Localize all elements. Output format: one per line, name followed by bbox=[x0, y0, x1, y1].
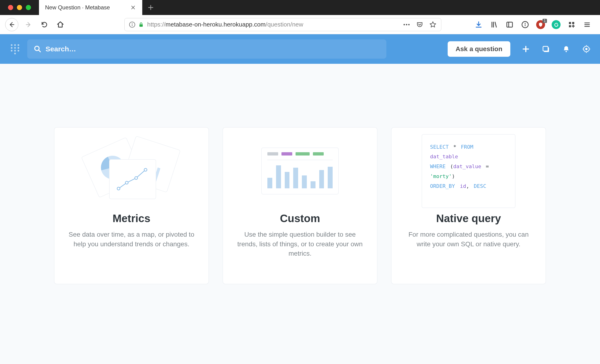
back-button[interactable] bbox=[5, 18, 18, 31]
browser-tab[interactable]: New Question · Metabase bbox=[39, 0, 142, 15]
gear-icon bbox=[582, 45, 591, 53]
browser-chrome: New Question · Metabase bbox=[0, 0, 600, 34]
bookmark-button[interactable] bbox=[429, 21, 437, 29]
svg-rect-16 bbox=[572, 26, 575, 27]
svg-point-31 bbox=[565, 51, 567, 52]
svg-point-17 bbox=[11, 44, 12, 46]
svg-line-28 bbox=[39, 50, 40, 52]
star-icon bbox=[429, 21, 436, 28]
window-minimize-button[interactable] bbox=[17, 5, 22, 10]
collections-button[interactable] bbox=[541, 44, 551, 54]
svg-rect-13 bbox=[572, 22, 574, 24]
url-scheme: https:// bbox=[147, 21, 166, 28]
close-icon bbox=[131, 5, 136, 10]
svg-point-18 bbox=[14, 44, 16, 46]
app-header: Ask a question bbox=[0, 34, 600, 64]
sidebar-icon bbox=[506, 21, 513, 28]
hamburger-icon bbox=[584, 21, 591, 28]
svg-rect-12 bbox=[569, 22, 571, 24]
arrow-right-icon bbox=[25, 21, 32, 28]
svg-point-22 bbox=[18, 47, 19, 49]
app-menu-button[interactable] bbox=[583, 20, 591, 29]
svg-point-26 bbox=[14, 53, 16, 55]
custom-illustration bbox=[232, 139, 368, 203]
svg-point-36 bbox=[144, 168, 147, 171]
svg-point-10 bbox=[525, 23, 525, 24]
arrow-left-icon bbox=[9, 21, 15, 28]
reload-icon bbox=[41, 21, 48, 28]
svg-point-6 bbox=[408, 24, 410, 25]
plus-icon bbox=[522, 45, 530, 53]
plus-icon bbox=[147, 4, 154, 11]
ask-question-button[interactable]: Ask a question bbox=[448, 41, 510, 57]
info-circle-icon bbox=[521, 21, 529, 28]
svg-point-23 bbox=[11, 50, 12, 52]
grammarly-button[interactable] bbox=[552, 20, 561, 29]
svg-rect-2 bbox=[132, 24, 132, 26]
library-button[interactable] bbox=[490, 20, 499, 29]
metabase-logo[interactable] bbox=[9, 43, 21, 55]
page-actions-button[interactable] bbox=[403, 21, 411, 29]
card-title: Custom bbox=[280, 212, 320, 225]
new-button[interactable] bbox=[521, 44, 531, 54]
search-container[interactable] bbox=[27, 39, 386, 59]
custom-card[interactable]: Custom Use the simple question builder t… bbox=[223, 127, 377, 284]
info-icon bbox=[129, 21, 135, 28]
ublock-button[interactable]: 1 bbox=[536, 20, 545, 29]
bell-icon bbox=[562, 45, 570, 53]
tab-title: New Question · Metabase bbox=[45, 4, 131, 11]
svg-rect-3 bbox=[140, 24, 143, 27]
svg-point-4 bbox=[403, 24, 405, 25]
forward-button[interactable] bbox=[23, 19, 34, 30]
collections-icon bbox=[542, 45, 550, 53]
metabase-logo-icon bbox=[9, 43, 21, 55]
pocket-button[interactable] bbox=[416, 21, 424, 29]
settings-button[interactable] bbox=[582, 44, 591, 54]
header-actions: Ask a question bbox=[448, 41, 591, 57]
line-chart-icon bbox=[114, 165, 151, 193]
url-path: /question/new bbox=[265, 21, 303, 28]
window-zoom-button[interactable] bbox=[26, 5, 31, 10]
metrics-illustration bbox=[64, 139, 199, 203]
sidebar-button[interactable] bbox=[505, 20, 514, 29]
card-title: Metrics bbox=[112, 212, 150, 225]
svg-point-24 bbox=[14, 50, 16, 52]
extensions-button[interactable] bbox=[567, 20, 576, 29]
site-identity[interactable] bbox=[129, 21, 144, 28]
svg-rect-7 bbox=[507, 22, 512, 27]
svg-point-5 bbox=[406, 24, 407, 25]
window-close-button[interactable] bbox=[8, 5, 13, 10]
home-icon bbox=[56, 21, 64, 28]
reload-button[interactable] bbox=[38, 19, 50, 30]
ublock-badge: 1 bbox=[543, 19, 547, 23]
svg-point-25 bbox=[18, 50, 19, 52]
svg-rect-14 bbox=[569, 25, 571, 27]
svg-point-19 bbox=[18, 44, 19, 46]
svg-point-35 bbox=[135, 177, 138, 179]
window-controls bbox=[0, 5, 39, 10]
address-bar[interactable]: https://metabase-on-heroku.herokuapp.com… bbox=[124, 18, 441, 31]
downloads-button[interactable] bbox=[474, 20, 483, 29]
lastpass-button[interactable] bbox=[521, 20, 530, 29]
toolbar-extensions: 1 bbox=[474, 20, 595, 29]
card-title: Native query bbox=[436, 212, 501, 225]
tab-close-button[interactable] bbox=[131, 5, 137, 10]
card-description: Use the simple question builder to see t… bbox=[232, 230, 368, 258]
notifications-button[interactable] bbox=[562, 44, 571, 54]
new-tab-button[interactable] bbox=[144, 1, 157, 14]
home-button[interactable] bbox=[55, 19, 66, 30]
search-input[interactable] bbox=[46, 45, 380, 53]
card-description: For more complicated questions, you can … bbox=[401, 230, 536, 249]
pocket-icon bbox=[416, 21, 423, 28]
metrics-card[interactable]: Metrics See data over time, as a map, or… bbox=[54, 127, 209, 284]
grammarly-icon bbox=[553, 22, 559, 27]
card-description: See data over time, as a map, or pivoted… bbox=[64, 230, 199, 249]
search-icon bbox=[34, 45, 41, 53]
lock-icon bbox=[138, 22, 144, 27]
native-query-card[interactable]: SELECT * FROM dat_table WHERE (dat_value… bbox=[391, 127, 546, 284]
svg-point-20 bbox=[11, 47, 12, 49]
url-host: metabase-on-heroku.herokuapp.com bbox=[166, 21, 265, 28]
ellipsis-icon bbox=[403, 24, 410, 26]
download-icon bbox=[475, 21, 482, 28]
question-type-cards: Metrics See data over time, as a map, or… bbox=[0, 64, 600, 284]
